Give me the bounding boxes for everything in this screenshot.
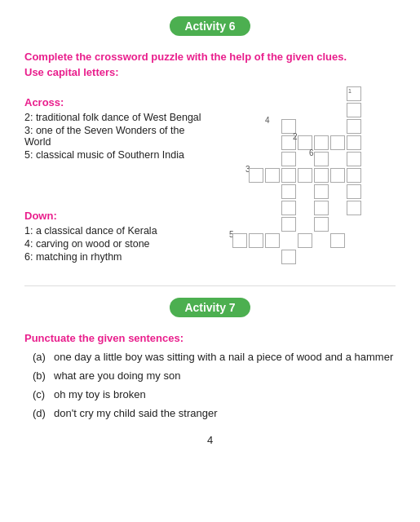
item-text-c: oh my toy is broken xyxy=(54,388,146,400)
activity6-header: Activity 6 xyxy=(24,16,396,44)
instruction2: Use capital letters: xyxy=(24,66,396,78)
item-text-d: don't cry my child said the stranger xyxy=(54,407,217,419)
instruction1: Complete the crossword puzzle with the h… xyxy=(24,51,396,63)
item-text-a: one day a little boy was sitting with a … xyxy=(54,351,393,363)
punctuate-list: (a) one day a little boy was sitting wit… xyxy=(33,351,396,419)
punctuate-instruction: Punctuate the given sentences: xyxy=(24,332,396,344)
item-label-c: (c) xyxy=(33,388,54,400)
across-clue-2: 3: one of the Seven Wonders of the World xyxy=(24,125,208,148)
activity6-section: Activity 6 Complete the crossword puzzle… xyxy=(24,16,396,274)
across-clue-3: 5: classical music of Southern India xyxy=(24,149,208,161)
activity6-badge: Activity 6 xyxy=(170,16,250,36)
across-clue-1: 2: traditional folk dance of West Bengal xyxy=(24,112,208,123)
down-label: Down: xyxy=(24,210,208,222)
list-item: (d) don't cry my child said the stranger xyxy=(33,407,396,419)
down-clue-1: 1: a classical dance of Kerala xyxy=(24,225,208,237)
item-label-b: (b) xyxy=(33,369,54,382)
list-item: (a) one day a little boy was sitting wit… xyxy=(33,351,396,363)
activity7-header: Activity 7 xyxy=(24,298,396,325)
across-label: Across: xyxy=(24,96,208,108)
section-divider xyxy=(24,285,396,286)
down-clue-3: 6: matching in rhythm xyxy=(24,251,208,263)
grid-column: 1 4 2 xyxy=(216,86,396,274)
page-number: 4 xyxy=(24,434,396,446)
crossword-area: Across: 2: traditional folk dance of Wes… xyxy=(24,86,396,274)
list-item: (b) what are you doing my son xyxy=(33,369,396,382)
list-item: (c) oh my toy is broken xyxy=(33,388,396,400)
crossword-grid: 1 4 2 xyxy=(216,86,387,274)
activity7-section: Activity 7 Punctuate the given sentences… xyxy=(24,298,396,419)
down-clue-2: 4: carving on wood or stone xyxy=(24,238,208,250)
item-label-d: (d) xyxy=(33,407,54,419)
activity7-badge: Activity 7 xyxy=(170,298,250,317)
clues-column: Across: 2: traditional folk dance of Wes… xyxy=(24,86,208,274)
item-label-a: (a) xyxy=(33,351,54,363)
item-text-b: what are you doing my son xyxy=(54,369,180,382)
